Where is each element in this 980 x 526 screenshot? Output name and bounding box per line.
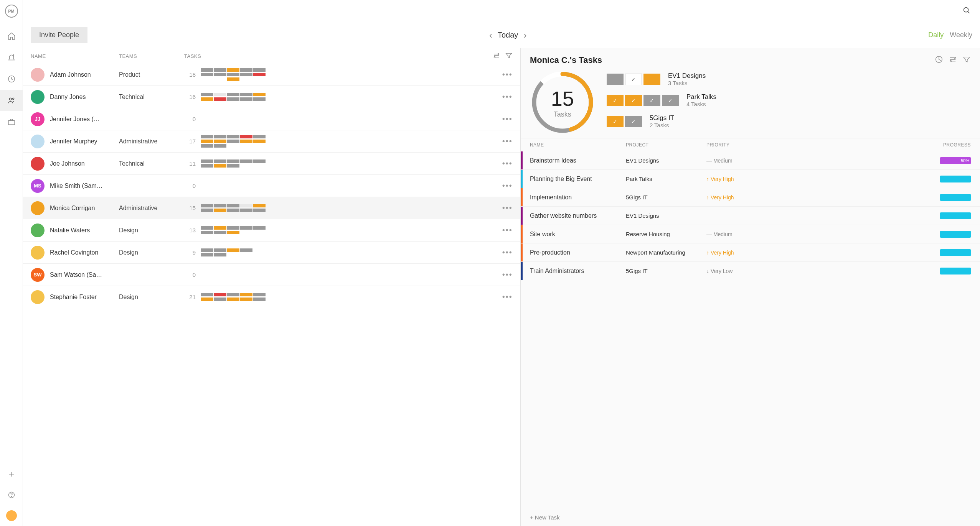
avatar: [31, 224, 45, 237]
task-row[interactable]: Site workReserve Housing—Medium: [521, 225, 980, 243]
task-row[interactable]: Train Administrators5Gigs IT↓Very Low: [521, 262, 980, 280]
person-name: Natalie Waters: [50, 227, 119, 234]
more-icon[interactable]: •••: [502, 70, 513, 79]
svg-point-12: [950, 61, 952, 62]
task-project: EV1 Designs: [626, 157, 706, 164]
col-name: NAME: [31, 53, 119, 59]
person-name: Sam Watson (Sa…: [50, 271, 119, 278]
more-icon[interactable]: •••: [502, 204, 513, 212]
svg-point-3: [12, 98, 14, 99]
more-icon[interactable]: •••: [502, 293, 513, 301]
person-row[interactable]: Adam JohnsonProduct18•••: [23, 64, 520, 86]
sidebar: PM: [0, 0, 23, 526]
status-box: ✓: [643, 95, 660, 106]
col-teams: TEAMS: [119, 53, 184, 59]
person-task-count: 0: [184, 271, 196, 278]
add-button[interactable]: [0, 464, 23, 485]
more-icon[interactable]: •••: [502, 270, 513, 279]
date-nav: ‹ Today ›: [87, 30, 928, 41]
task-row[interactable]: Planning the Big EventPark Talks↑Very Hi…: [521, 170, 980, 188]
person-team: Technical: [119, 94, 184, 100]
person-row[interactable]: Natalie WatersDesign13•••: [23, 219, 520, 242]
more-icon[interactable]: •••: [502, 92, 513, 101]
status-box: ✓: [607, 95, 624, 106]
task-row[interactable]: Brainstorm IdeasEV1 Designs—Medium50%: [521, 151, 980, 170]
settings-icon-detail[interactable]: [949, 55, 957, 65]
project-name: 5Gigs IT: [650, 114, 674, 122]
more-icon[interactable]: •••: [502, 115, 513, 123]
person-team: Design: [119, 227, 184, 234]
filter-icon[interactable]: [505, 52, 513, 61]
person-row[interactable]: Joe JohnsonTechnical11•••: [23, 153, 520, 175]
person-name: Rachel Covington: [50, 249, 119, 256]
progress-bar: [940, 231, 971, 238]
task-project: 5Gigs IT: [626, 268, 706, 274]
invite-people-button[interactable]: Invite People: [31, 27, 87, 43]
person-row[interactable]: MSMike Smith (Sam…0•••: [23, 175, 520, 197]
more-icon[interactable]: •••: [502, 248, 513, 257]
nav-team[interactable]: [0, 90, 23, 111]
person-team: Administrative: [119, 138, 184, 145]
filter-icon-detail[interactable]: [962, 55, 971, 65]
more-icon[interactable]: •••: [502, 181, 513, 190]
new-task-button[interactable]: + New Task: [521, 509, 980, 526]
view-daily[interactable]: Daily: [928, 31, 944, 39]
avatar: SW: [31, 268, 45, 282]
person-team: Design: [119, 294, 184, 301]
next-day[interactable]: ›: [523, 30, 526, 41]
people-pane: NAME TEAMS TASKS Adam JohnsonProduct18••…: [23, 48, 521, 526]
project-task-count: 4 Tasks: [686, 101, 716, 107]
person-row[interactable]: Danny JonesTechnical16•••: [23, 86, 520, 108]
task-column-head: NAME PROJECT PRIORITY PROGRESS: [521, 138, 980, 151]
nav-briefcase[interactable]: [0, 111, 23, 133]
task-priority: ↓Very Low: [706, 268, 749, 274]
task-progress: [749, 231, 971, 238]
settings-icon[interactable]: [493, 52, 500, 61]
priority-icon: ↓: [706, 268, 709, 274]
view-weekly[interactable]: Weekly: [950, 31, 972, 39]
task-progress: [749, 212, 971, 219]
person-row[interactable]: Jennifer MurpheyAdministrative17•••: [23, 130, 520, 153]
avatar: [31, 157, 45, 171]
mini-chart: [201, 248, 266, 256]
person-row[interactable]: Monica CorriganAdministrative15•••: [23, 197, 520, 219]
svg-rect-4: [8, 120, 15, 125]
search-icon[interactable]: [962, 6, 971, 16]
prev-day[interactable]: ‹: [489, 30, 492, 41]
pie-chart-icon[interactable]: [935, 55, 943, 65]
progress-bar: [940, 194, 971, 201]
logo[interactable]: PM: [5, 5, 18, 18]
task-row[interactable]: Implementation5Gigs IT↑Very High: [521, 188, 980, 207]
check-icon: ✓: [650, 97, 654, 104]
person-name: Stephanie Foster: [50, 294, 119, 301]
help-button[interactable]: [0, 485, 23, 505]
task-project: Newport Manufacturing: [626, 249, 706, 256]
task-name: Planning the Big Event: [530, 176, 626, 182]
nav-recent[interactable]: [0, 68, 23, 90]
nav-home[interactable]: [0, 25, 23, 47]
task-priority: ↑Very High: [706, 250, 749, 256]
person-team: Product: [119, 71, 184, 78]
nav-notifications[interactable]: [0, 47, 23, 68]
ring-label: Tasks: [554, 110, 571, 118]
more-icon[interactable]: •••: [502, 137, 513, 146]
tcol-name: NAME: [530, 142, 626, 148]
person-row[interactable]: SWSam Watson (Sa…0•••: [23, 264, 520, 286]
mini-chart: [201, 68, 266, 81]
task-row[interactable]: Pre-productionNewport Manufacturing↑Very…: [521, 243, 980, 262]
person-row[interactable]: JJJennifer Jones (…0•••: [23, 108, 520, 130]
more-icon[interactable]: •••: [502, 226, 513, 235]
current-user-avatar[interactable]: [0, 505, 23, 526]
task-name: Gather website numbers: [530, 212, 626, 219]
task-progress: 50%: [749, 157, 971, 164]
task-progress: [749, 268, 971, 275]
person-task-count: 18: [184, 71, 196, 78]
task-row[interactable]: Gather website numbersEV1 Designs: [521, 207, 980, 225]
project-task-count: 3 Tasks: [668, 80, 706, 86]
person-row[interactable]: Rachel CovingtonDesign9•••: [23, 242, 520, 264]
task-accent: [521, 225, 523, 243]
more-icon[interactable]: •••: [502, 159, 513, 168]
person-row[interactable]: Stephanie FosterDesign21•••: [23, 286, 520, 308]
priority-icon: ↑: [706, 176, 709, 182]
tcol-progress: PROGRESS: [749, 142, 971, 148]
